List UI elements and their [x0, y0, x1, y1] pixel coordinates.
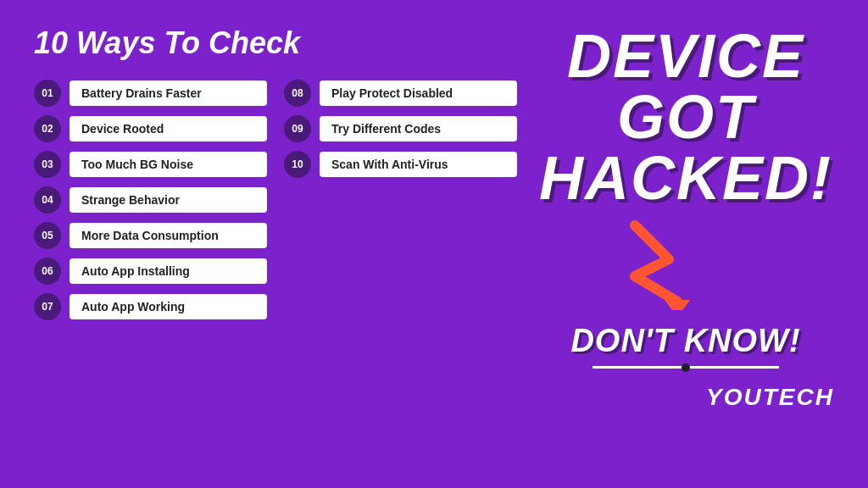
- main-title: 10 Ways To Check: [34, 25, 517, 61]
- list-item: 02 Device Rooted: [34, 115, 267, 142]
- brand-label: YOUTECH: [706, 384, 834, 411]
- list-item: 05 More Data Consumption: [34, 222, 267, 249]
- list-item: 04 Strange Behavior: [34, 186, 267, 214]
- left-column: 01 Battery Drains Faster 02 Device Roote…: [34, 80, 267, 320]
- divider-line: [593, 366, 779, 369]
- item-label: Device Rooted: [70, 116, 267, 141]
- svg-marker-0: [665, 300, 690, 310]
- item-label: Scan With Anti-Virus: [320, 152, 517, 177]
- right-section: DEVICE GOT HACKED! DON'T KNOW! YOUTECH: [512, 0, 868, 488]
- list-item: 07 Auto App Working: [34, 293, 267, 320]
- item-number: 09: [284, 115, 311, 142]
- item-label: Battery Drains Faster: [70, 80, 267, 106]
- zigzag-arrow-icon: [609, 217, 745, 310]
- list-item: 09 Try Different Codes: [284, 115, 517, 142]
- list-item: 08 Play Protect Disabled: [284, 80, 517, 107]
- dont-know-text: DON'T KNOW!: [570, 323, 800, 359]
- list-item: 10 Scan With Anti-Virus: [284, 151, 517, 178]
- list-item: 03 Too Much BG Noise: [34, 151, 267, 178]
- item-label: Auto App Working: [70, 294, 267, 319]
- item-number: 07: [34, 293, 61, 320]
- item-number: 10: [284, 151, 311, 178]
- item-label: Strange Behavior: [70, 187, 267, 213]
- list-item: 06 Auto App Installing: [34, 258, 267, 285]
- item-number: 04: [34, 186, 61, 214]
- item-number: 06: [34, 258, 61, 285]
- item-label: Auto App Installing: [70, 258, 267, 284]
- hacked-title: DEVICE GOT HACKED!: [529, 25, 843, 208]
- arrow-container: [609, 217, 762, 319]
- item-label: Too Much BG Noise: [70, 152, 267, 177]
- main-container: 10 Ways To Check 01 Battery Drains Faste…: [0, 0, 868, 488]
- item-number: 01: [34, 80, 61, 107]
- list-item: 01 Battery Drains Faster: [34, 80, 267, 107]
- item-number: 02: [34, 115, 61, 142]
- item-number: 08: [284, 80, 311, 107]
- items-grid: 01 Battery Drains Faster 02 Device Roote…: [34, 80, 517, 320]
- divider-dot: [682, 363, 690, 372]
- item-label: Play Protect Disabled: [320, 80, 517, 106]
- item-number: 05: [34, 222, 61, 249]
- item-label: More Data Consumption: [70, 223, 267, 248]
- left-section: 10 Ways To Check 01 Battery Drains Faste…: [0, 0, 542, 488]
- right-column: 08 Play Protect Disabled 09 Try Differen…: [284, 80, 517, 320]
- item-label: Try Different Codes: [320, 116, 517, 141]
- item-number: 03: [34, 151, 61, 178]
